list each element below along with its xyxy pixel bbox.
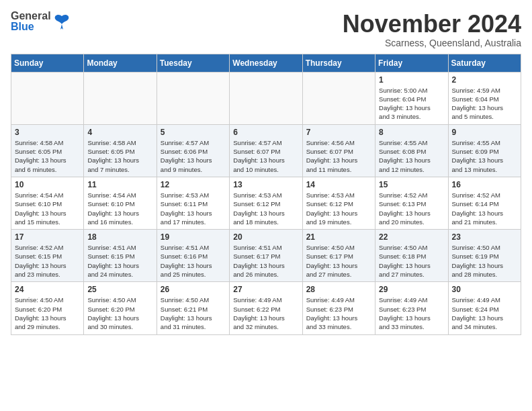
day-info: Sunrise: 4:56 AM Sunset: 6:07 PM Dayligh… xyxy=(306,138,371,174)
calendar-cell: 22Sunrise: 4:50 AM Sunset: 6:18 PM Dayli… xyxy=(375,230,448,282)
day-info: Sunrise: 4:50 AM Sunset: 6:19 PM Dayligh… xyxy=(452,243,517,279)
weekday-header-thursday: Thursday xyxy=(302,54,375,72)
day-info: Sunrise: 4:49 AM Sunset: 6:23 PM Dayligh… xyxy=(306,295,371,331)
day-number: 7 xyxy=(306,128,371,137)
calendar-cell: 15Sunrise: 4:52 AM Sunset: 6:13 PM Dayli… xyxy=(375,177,448,229)
day-info: Sunrise: 4:50 AM Sunset: 6:17 PM Dayligh… xyxy=(306,243,371,279)
calendar-week-2: 3Sunrise: 4:58 AM Sunset: 6:05 PM Daylig… xyxy=(11,124,521,177)
day-info: Sunrise: 4:51 AM Sunset: 6:17 PM Dayligh… xyxy=(233,243,298,279)
calendar-cell: 23Sunrise: 4:50 AM Sunset: 6:19 PM Dayli… xyxy=(448,230,521,282)
day-number: 27 xyxy=(233,285,298,294)
weekday-header-row: SundayMondayTuesdayWednesdayThursdayFrid… xyxy=(11,54,521,72)
calendar-cell: 1Sunrise: 5:00 AM Sunset: 6:04 PM Daylig… xyxy=(375,72,448,124)
day-number: 25 xyxy=(87,285,152,294)
weekday-header-sunday: Sunday xyxy=(11,54,84,72)
day-number: 15 xyxy=(379,180,444,189)
day-info: Sunrise: 4:54 AM Sunset: 6:10 PM Dayligh… xyxy=(15,191,80,226)
calendar-week-5: 24Sunrise: 4:50 AM Sunset: 6:20 PM Dayli… xyxy=(11,282,521,334)
calendar-cell: 30Sunrise: 4:49 AM Sunset: 6:24 PM Dayli… xyxy=(448,282,521,334)
calendar-cell xyxy=(11,72,84,124)
day-number: 28 xyxy=(306,285,371,294)
day-info: Sunrise: 4:50 AM Sunset: 6:21 PM Dayligh… xyxy=(161,295,226,331)
weekday-header-wednesday: Wednesday xyxy=(230,54,302,72)
day-number: 12 xyxy=(161,180,226,189)
logo-blue: Blue xyxy=(11,21,51,32)
calendar-cell: 5Sunrise: 4:57 AM Sunset: 6:06 PM Daylig… xyxy=(157,124,229,177)
calendar-cell xyxy=(84,72,157,124)
day-number: 10 xyxy=(15,180,80,189)
day-number: 21 xyxy=(306,232,371,242)
day-number: 19 xyxy=(161,232,226,242)
calendar-cell: 14Sunrise: 4:53 AM Sunset: 6:12 PM Dayli… xyxy=(302,177,375,229)
day-number: 22 xyxy=(379,232,444,242)
day-number: 1 xyxy=(379,75,444,85)
day-info: Sunrise: 4:57 AM Sunset: 6:06 PM Dayligh… xyxy=(161,138,226,174)
day-info: Sunrise: 4:51 AM Sunset: 6:15 PM Dayligh… xyxy=(87,243,152,279)
calendar-cell xyxy=(157,72,229,124)
calendar-cell: 9Sunrise: 4:55 AM Sunset: 6:09 PM Daylig… xyxy=(448,124,521,177)
day-number: 8 xyxy=(379,128,444,137)
day-number: 23 xyxy=(452,232,517,242)
day-info: Sunrise: 4:49 AM Sunset: 6:24 PM Dayligh… xyxy=(452,295,517,331)
day-info: Sunrise: 4:58 AM Sunset: 6:05 PM Dayligh… xyxy=(87,138,152,174)
day-info: Sunrise: 4:53 AM Sunset: 6:11 PM Dayligh… xyxy=(161,191,226,226)
day-info: Sunrise: 4:57 AM Sunset: 6:07 PM Dayligh… xyxy=(233,138,298,174)
weekday-header-monday: Monday xyxy=(84,54,157,72)
day-number: 24 xyxy=(15,285,80,294)
day-info: Sunrise: 4:50 AM Sunset: 6:18 PM Dayligh… xyxy=(379,243,444,279)
calendar-cell: 11Sunrise: 4:54 AM Sunset: 6:10 PM Dayli… xyxy=(84,177,157,229)
logo-general: General xyxy=(11,11,51,21)
calendar-cell: 7Sunrise: 4:56 AM Sunset: 6:07 PM Daylig… xyxy=(302,124,375,177)
weekday-header-saturday: Saturday xyxy=(448,54,521,72)
day-info: Sunrise: 4:52 AM Sunset: 6:14 PM Dayligh… xyxy=(452,191,517,226)
day-info: Sunrise: 4:52 AM Sunset: 6:15 PM Dayligh… xyxy=(15,243,80,279)
day-info: Sunrise: 4:55 AM Sunset: 6:09 PM Dayligh… xyxy=(452,138,517,174)
day-number: 4 xyxy=(87,128,152,137)
day-number: 30 xyxy=(452,285,517,294)
weekday-header-friday: Friday xyxy=(375,54,448,72)
day-info: Sunrise: 4:50 AM Sunset: 6:20 PM Dayligh… xyxy=(87,295,152,331)
month-title: November 2024 xyxy=(343,11,521,38)
calendar-cell: 3Sunrise: 4:58 AM Sunset: 6:05 PM Daylig… xyxy=(11,124,84,177)
day-info: Sunrise: 4:53 AM Sunset: 6:12 PM Dayligh… xyxy=(233,191,298,226)
calendar-cell: 24Sunrise: 4:50 AM Sunset: 6:20 PM Dayli… xyxy=(11,282,84,334)
day-number: 16 xyxy=(452,180,517,189)
day-info: Sunrise: 4:58 AM Sunset: 6:05 PM Dayligh… xyxy=(15,138,80,174)
calendar-cell: 4Sunrise: 4:58 AM Sunset: 6:05 PM Daylig… xyxy=(84,124,157,177)
day-info: Sunrise: 5:00 AM Sunset: 6:04 PM Dayligh… xyxy=(379,86,444,122)
day-number: 18 xyxy=(87,232,152,242)
calendar-cell: 20Sunrise: 4:51 AM Sunset: 6:17 PM Dayli… xyxy=(230,230,302,282)
day-info: Sunrise: 4:54 AM Sunset: 6:10 PM Dayligh… xyxy=(87,191,152,226)
logo: General Blue xyxy=(11,11,71,32)
calendar-cell xyxy=(230,72,302,124)
day-number: 5 xyxy=(161,128,226,137)
calendar-cell: 10Sunrise: 4:54 AM Sunset: 6:10 PM Dayli… xyxy=(11,177,84,229)
day-number: 14 xyxy=(306,180,371,189)
calendar-cell: 29Sunrise: 4:49 AM Sunset: 6:23 PM Dayli… xyxy=(375,282,448,334)
logo-bird-icon xyxy=(52,12,71,31)
calendar-cell: 6Sunrise: 4:57 AM Sunset: 6:07 PM Daylig… xyxy=(230,124,302,177)
calendar-cell: 19Sunrise: 4:51 AM Sunset: 6:16 PM Dayli… xyxy=(157,230,229,282)
day-info: Sunrise: 4:49 AM Sunset: 6:22 PM Dayligh… xyxy=(233,295,298,331)
day-number: 20 xyxy=(233,232,298,242)
calendar-cell: 12Sunrise: 4:53 AM Sunset: 6:11 PM Dayli… xyxy=(157,177,229,229)
calendar-table: SundayMondayTuesdayWednesdayThursdayFrid… xyxy=(11,54,521,335)
page-header: General Blue November 2024 Scarness, Que… xyxy=(11,11,521,48)
calendar-cell: 25Sunrise: 4:50 AM Sunset: 6:20 PM Dayli… xyxy=(84,282,157,334)
day-number: 17 xyxy=(15,232,80,242)
calendar-cell: 26Sunrise: 4:50 AM Sunset: 6:21 PM Dayli… xyxy=(157,282,229,334)
title-section: November 2024 Scarness, Queensland, Aust… xyxy=(343,11,521,48)
day-info: Sunrise: 4:52 AM Sunset: 6:13 PM Dayligh… xyxy=(379,191,444,226)
calendar-cell: 2Sunrise: 4:59 AM Sunset: 6:04 PM Daylig… xyxy=(448,72,521,124)
calendar-week-1: 1Sunrise: 5:00 AM Sunset: 6:04 PM Daylig… xyxy=(11,72,521,124)
day-info: Sunrise: 4:59 AM Sunset: 6:04 PM Dayligh… xyxy=(452,86,517,122)
day-info: Sunrise: 4:50 AM Sunset: 6:20 PM Dayligh… xyxy=(15,295,80,331)
day-info: Sunrise: 4:53 AM Sunset: 6:12 PM Dayligh… xyxy=(306,191,371,226)
calendar-cell xyxy=(302,72,375,124)
calendar-cell: 17Sunrise: 4:52 AM Sunset: 6:15 PM Dayli… xyxy=(11,230,84,282)
day-info: Sunrise: 4:55 AM Sunset: 6:08 PM Dayligh… xyxy=(379,138,444,174)
calendar-cell: 21Sunrise: 4:50 AM Sunset: 6:17 PM Dayli… xyxy=(302,230,375,282)
calendar-cell: 8Sunrise: 4:55 AM Sunset: 6:08 PM Daylig… xyxy=(375,124,448,177)
day-number: 11 xyxy=(87,180,152,189)
calendar-cell: 18Sunrise: 4:51 AM Sunset: 6:15 PM Dayli… xyxy=(84,230,157,282)
